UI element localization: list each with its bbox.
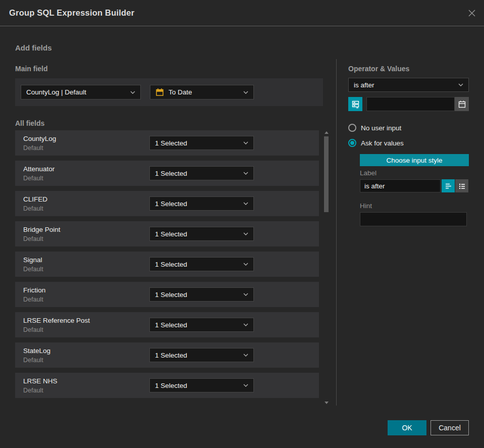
- chevron-down-icon: [458, 83, 463, 86]
- radio-circle-selected-icon: [348, 139, 356, 147]
- chevron-down-icon: [243, 263, 248, 266]
- field-subtitle: Default: [23, 235, 43, 242]
- titlebar: Group SQL Expression Builder: [0, 0, 484, 26]
- main-field-date-value: To Date: [169, 88, 192, 96]
- chevron-down-icon: [243, 141, 248, 144]
- chevron-down-icon: [243, 384, 248, 387]
- field-row-signal: Signal Default 1 Selected: [15, 252, 319, 277]
- selected-count: 1 Selected: [155, 230, 187, 238]
- field-subtitle: Default: [23, 175, 43, 182]
- field-row-countylog: CountyLog Default 1 Selected: [15, 130, 319, 156]
- selected-count: 1 Selected: [155, 170, 187, 177]
- dialog-title: Group SQL Expression Builder: [9, 8, 134, 18]
- close-button[interactable]: [467, 8, 477, 18]
- selected-count: 1 Selected: [155, 261, 187, 268]
- field-name: Friction: [23, 286, 45, 294]
- bulleted-list-icon: [458, 182, 466, 190]
- chevron-down-icon: [243, 354, 248, 357]
- selected-count: 1 Selected: [155, 321, 187, 329]
- field-subtitle: Default: [23, 205, 43, 212]
- label-heading: Label: [360, 169, 377, 177]
- operator-select[interactable]: is after: [348, 78, 469, 92]
- chevron-down-icon: [243, 91, 248, 94]
- radio-label: Ask for values: [361, 139, 404, 147]
- main-field-panel: CountyLog | Default To Date: [15, 78, 323, 106]
- field-row-statelog: StateLog Default 1 Selected: [15, 342, 319, 368]
- chevron-down-icon: [243, 293, 248, 296]
- chevron-down-icon: [130, 91, 135, 94]
- date-picker-button[interactable]: [455, 97, 469, 111]
- hint-input[interactable]: [360, 212, 467, 226]
- field-row-friction: Friction Default 1 Selected: [15, 282, 319, 307]
- field-selected-dropdown[interactable]: 1 Selected: [149, 136, 254, 150]
- field-row-bridge-point: Bridge Point Default 1 Selected: [15, 221, 319, 246]
- field-subtitle: Default: [23, 144, 43, 152]
- all-fields-list: CountyLog Default 1 Selected Attenuator …: [15, 130, 319, 403]
- scroll-up-arrow-icon[interactable]: [325, 131, 329, 134]
- operator-select-value: is after: [354, 81, 374, 89]
- close-icon: [468, 9, 476, 17]
- group-sql-expression-builder-dialog: Group SQL Expression Builder Add fields …: [0, 0, 484, 448]
- field-name: Bridge Point: [23, 226, 61, 233]
- field-row-lrse-reference-post: LRSE Reference Post Default 1 Selected: [15, 312, 319, 337]
- input-style-list-button[interactable]: [455, 179, 468, 192]
- value-input[interactable]: [366, 97, 455, 111]
- selected-count: 1 Selected: [155, 200, 187, 208]
- radio-circle-icon: [348, 124, 356, 132]
- field-selected-dropdown[interactable]: 1 Selected: [149, 378, 254, 392]
- field-row-attenuator: Attenuator Default 1 Selected: [15, 161, 319, 186]
- operator-values-heading: Operator & Values: [348, 65, 409, 73]
- chevron-down-icon: [243, 202, 248, 205]
- calendar-icon: [458, 100, 466, 109]
- stacked-values-icon: [351, 100, 360, 109]
- chevron-down-icon: [243, 232, 248, 235]
- field-subtitle: Default: [23, 357, 43, 364]
- scroll-down-arrow-icon[interactable]: [325, 402, 329, 404]
- scrollbar-thumb[interactable]: [324, 136, 329, 212]
- selected-count: 1 Selected: [155, 382, 187, 389]
- hint-heading: Hint: [360, 202, 372, 210]
- field-subtitle: Default: [23, 326, 43, 333]
- field-selected-dropdown[interactable]: 1 Selected: [149, 257, 254, 271]
- unique-values-button[interactable]: [348, 97, 362, 111]
- field-selected-dropdown[interactable]: 1 Selected: [149, 227, 254, 241]
- field-selected-dropdown[interactable]: 1 Selected: [149, 287, 254, 302]
- field-name: Signal: [23, 256, 42, 264]
- field-name: CountyLog: [23, 135, 56, 142]
- radio-ask-for-values[interactable]: Ask for values: [348, 139, 404, 147]
- field-name: StateLog: [23, 347, 50, 355]
- chevron-down-icon: [243, 172, 248, 175]
- add-fields-heading: Add fields: [15, 43, 52, 52]
- label-input[interactable]: [360, 179, 441, 192]
- main-field-date-select[interactable]: To Date: [150, 85, 254, 99]
- panel-divider: [336, 59, 337, 406]
- all-fields-heading: All fields: [15, 119, 44, 127]
- field-subtitle: Default: [23, 296, 43, 303]
- fields-list-scrollbar[interactable]: [322, 130, 331, 405]
- selected-count: 1 Selected: [155, 139, 187, 147]
- field-selected-dropdown[interactable]: 1 Selected: [149, 166, 254, 180]
- field-selected-dropdown[interactable]: 1 Selected: [149, 196, 254, 211]
- ok-button[interactable]: OK: [388, 420, 426, 435]
- field-name: LRSE Reference Post: [23, 317, 90, 324]
- selected-count: 1 Selected: [155, 352, 187, 359]
- field-name: LRSE NHS: [23, 377, 58, 385]
- align-left-icon: [445, 182, 452, 190]
- main-field-select[interactable]: CountyLog | Default: [21, 85, 141, 99]
- main-field-heading: Main field: [15, 65, 48, 73]
- radio-label: No user input: [361, 124, 401, 132]
- calendar-icon: [155, 88, 164, 96]
- radio-no-user-input[interactable]: No user input: [348, 124, 401, 132]
- field-row-lrse-nhs: LRSE NHS Default 1 Selected: [15, 373, 319, 398]
- field-subtitle: Default: [23, 266, 43, 273]
- field-selected-dropdown[interactable]: 1 Selected: [149, 318, 254, 332]
- field-name: CLIFED: [23, 195, 47, 203]
- main-field-select-value: CountyLog | Default: [26, 88, 86, 96]
- cancel-button[interactable]: Cancel: [431, 420, 469, 435]
- input-style-textbox-button[interactable]: [442, 179, 455, 192]
- field-name: Attenuator: [23, 165, 55, 173]
- chevron-down-icon: [243, 323, 248, 326]
- field-subtitle: Default: [23, 387, 43, 394]
- choose-input-style-button[interactable]: Choose input style: [360, 154, 469, 166]
- field-selected-dropdown[interactable]: 1 Selected: [149, 348, 254, 362]
